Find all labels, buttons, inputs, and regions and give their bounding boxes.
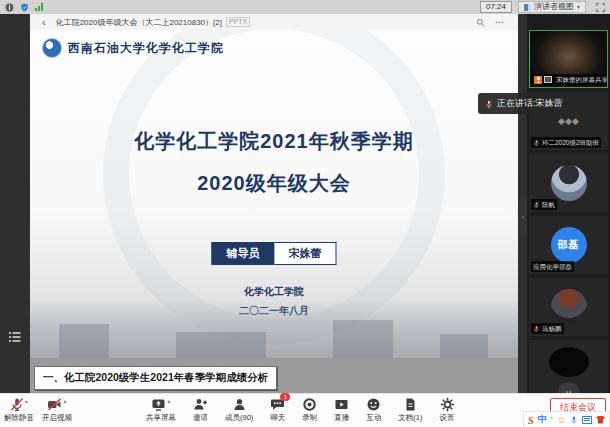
share-screen-label: 共享屏幕 [146,413,176,423]
participant-tile[interactable]: 邵磊 应用化学邵磊 [529,216,608,274]
unmute-button[interactable]: ▴ 解除静音 [4,397,34,423]
more-options-icon[interactable]: ⋯ [495,17,504,27]
mic-muted-icon [485,100,493,108]
university-logo [42,38,62,58]
start-video-button[interactable]: ▴ 开启视频 [42,397,72,423]
share-options-caret[interactable]: ▴ [167,398,170,404]
participant-tile[interactable]: 宋姝蕾的屏幕共享 [529,30,608,88]
search-icon[interactable] [476,18,485,27]
slide-list-icon[interactable] [8,330,22,344]
voice-input-icon[interactable] [570,415,578,425]
meeting-timer: 07:24 [480,1,512,13]
document-titlebar: ‹ 化工院2020级年级大会（大二上20210830）[2] PPTX ⋯ [30,14,518,30]
speaking-toast: 正在讲话:宋姝蕾 [478,93,570,114]
participant-name: 马杨鹏 [542,324,562,333]
keyboard-icon[interactable] [582,416,592,424]
sogou-logo-icon[interactable]: S [528,414,534,426]
view-mode-label: 演讲者视图 [534,2,574,12]
skin-icon[interactable] [596,416,605,424]
document-title: 化工院2020级年级大会（大二上20210830）[2] [56,17,222,28]
invite-button[interactable]: 邀请 [193,397,208,423]
participant-tile[interactable]: 陈帆 [529,154,608,212]
video-options-caret[interactable]: ▴ [63,398,66,404]
screen-share-icon [544,76,552,83]
participant-name: 环二2020级2班助班 [542,138,599,147]
start-video-label: 开启视频 [42,413,72,423]
document-type-badge: PPTX [226,17,250,27]
university-name: 西南石油大学化学化工学院 [68,40,224,57]
participant-name: 应用化学邵磊 [533,262,572,271]
members-icon [232,397,247,412]
punctuation-icon[interactable]: ’ [551,415,553,425]
camera-off-icon [47,397,62,412]
record-button[interactable]: 录制 [302,397,317,423]
presenter-name-cell: 宋姝蕾 [275,242,337,265]
record-icon [302,397,317,412]
host-badge-icon [534,76,542,84]
speaker-view-icon [524,4,531,11]
avatar [551,289,587,325]
network-signal-icon[interactable] [35,3,43,11]
info-icon[interactable] [5,3,14,12]
docs-label: 文档(1) [398,413,422,423]
next-section-box: 一、化工院2020级学生2021年春季学期成绩分析 [34,366,277,390]
share-screen-icon [151,397,166,412]
slide-organization: 化学化工学院 [30,285,518,299]
participant-name: 宋姝蕾的屏幕共享 [556,75,608,84]
shared-screen-area: ‹ 化工院2020级年级大会（大二上20210830）[2] PPTX ⋯ 西南… [0,14,527,393]
settings-button[interactable]: 设置 [440,397,455,423]
live-label: 直播 [334,413,349,423]
participants-sidebar: ‹ 宋姝蕾的屏幕共享 ◆◆◆ 环二2020 [527,14,610,393]
settings-label: 设置 [440,413,455,423]
emoji-icon[interactable]: ☺ [557,415,566,425]
mic-muted-icon [10,397,24,412]
campus-photo [30,300,518,358]
mic-muted-icon [533,325,540,333]
mic-muted-icon [533,201,540,209]
meeting-window: 07:24 演讲者视图 ▾ ‹ 化工院2020级年级大会（大二上20210830… [0,0,610,427]
invite-label: 邀请 [193,413,208,423]
docs-button[interactable]: 文档(1) [398,397,422,423]
slide-overflow-strip: 一、化工院2020级学生2021年春季学期成绩分析 [30,358,518,393]
unmute-label: 解除静音 [4,413,34,423]
presentation-slide: 西南石油大学化学化工学院 化学化工学院2021年秋季学期 2020级年级大会 辅… [30,30,518,358]
participant-tile[interactable]: ∨ [529,340,608,398]
view-mode-button[interactable]: 演讲者视图 ▾ [518,1,586,13]
avatar [549,347,589,377]
speaking-toast-text: 正在讲话:宋姝蕾 [497,97,563,110]
avatar-initials: 邵磊 [551,227,587,263]
mic-options-caret[interactable]: ▴ [25,398,28,404]
record-label: 录制 [302,413,317,423]
meeting-toolbar: ▴ 解除静音 ▴ 开启视频 [0,393,610,427]
meeting-topbar: 07:24 演讲者视图 ▾ [0,0,610,14]
fullscreen-icon[interactable] [596,3,605,12]
chat-button[interactable]: 1 聊天 [270,397,285,423]
slide-title-line1: 化学化工学院2021年秋季学期 [30,128,518,155]
interact-button[interactable]: 互动 [366,397,381,423]
mic-muted-icon [533,139,540,147]
shield-icon[interactable] [20,3,29,12]
interact-label: 互动 [366,413,381,423]
role-cell: 辅导员 [212,242,275,265]
live-icon [334,397,349,412]
gear-icon [440,397,455,412]
slide-title-line2: 2020级年级大会 [30,170,518,197]
back-button[interactable]: ‹ [42,17,46,27]
members-button[interactable]: 成员(90) [225,397,253,423]
live-button[interactable]: 直播 [334,397,349,423]
avatar-logo: ◆◆◆ [558,118,579,125]
chat-unread-badge: 1 [280,393,290,401]
document-icon [403,397,418,412]
share-screen-button[interactable]: ▴ 共享屏幕 [146,397,176,423]
input-method-tray: S 中 ’ ☺ [523,411,610,427]
avatar [551,165,587,201]
members-label: 成员(90) [225,413,253,423]
presenter-table: 辅导员 宋姝蕾 [212,242,337,265]
smiley-icon [366,397,381,412]
sidebar-collapse-handle[interactable]: ‹ [519,198,527,236]
chinese-mode-icon[interactable]: 中 [538,413,547,426]
participant-tile[interactable]: 马杨鹏 [529,278,608,336]
invite-icon [193,397,208,412]
view-mode-caret: ▾ [577,2,580,12]
chat-label: 聊天 [270,413,285,423]
